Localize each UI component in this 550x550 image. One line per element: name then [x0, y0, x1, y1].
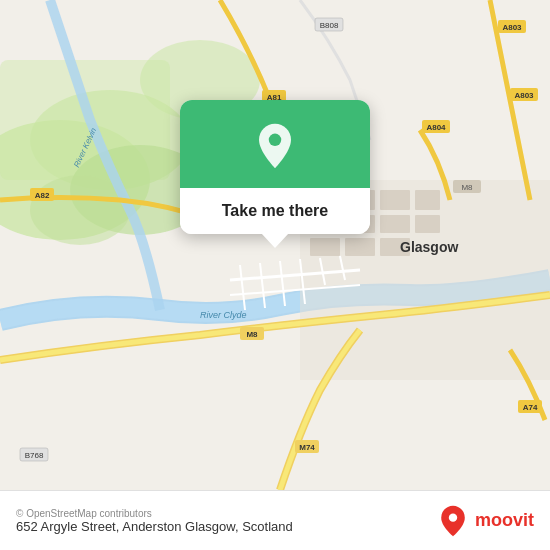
- location-popup: Take me there: [180, 100, 370, 234]
- svg-rect-11: [380, 190, 410, 210]
- svg-text:A803: A803: [502, 23, 522, 32]
- svg-text:A74: A74: [523, 403, 538, 412]
- svg-text:M8: M8: [461, 183, 473, 192]
- location-pin-icon: [251, 122, 299, 170]
- address-label: 652 Argyle Street, Anderston Glasgow, Sc…: [16, 519, 293, 534]
- svg-text:M8: M8: [246, 330, 258, 339]
- svg-text:B768: B768: [25, 451, 44, 460]
- moovit-brand-text: moovit: [475, 510, 534, 531]
- svg-rect-17: [345, 238, 375, 256]
- map-view: River Clyde M8 M74 A82 A81: [0, 0, 550, 490]
- info-left: © OpenStreetMap contributors 652 Argyle …: [16, 508, 293, 534]
- svg-rect-19: [415, 215, 440, 233]
- info-bar: © OpenStreetMap contributors 652 Argyle …: [0, 490, 550, 550]
- popup-header: [180, 100, 370, 188]
- svg-text:M74: M74: [299, 443, 315, 452]
- svg-point-52: [269, 134, 281, 146]
- svg-text:River Clyde: River Clyde: [200, 310, 247, 320]
- moovit-logo: moovit: [437, 505, 534, 537]
- svg-text:A803: A803: [514, 91, 534, 100]
- svg-text:A82: A82: [35, 191, 50, 200]
- moovit-logo-icon: [437, 505, 469, 537]
- svg-text:Glasgow: Glasgow: [400, 239, 458, 255]
- svg-text:B808: B808: [320, 21, 339, 30]
- svg-rect-16: [310, 238, 340, 256]
- take-me-there-button[interactable]: Take me there: [180, 188, 370, 234]
- svg-text:A804: A804: [426, 123, 446, 132]
- svg-rect-15: [380, 215, 410, 233]
- map-attribution: © OpenStreetMap contributors: [16, 508, 293, 519]
- svg-point-53: [449, 513, 457, 521]
- svg-rect-12: [415, 190, 440, 210]
